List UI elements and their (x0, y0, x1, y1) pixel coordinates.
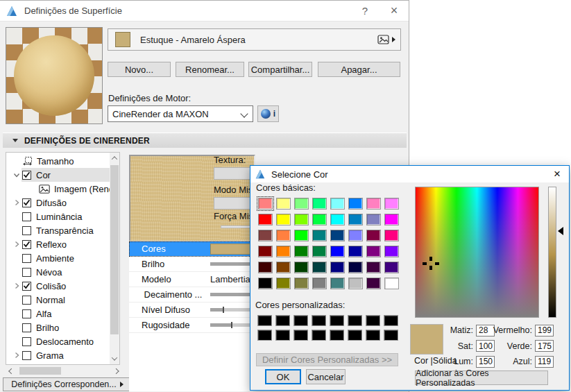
scroll-left-icon[interactable] (6, 366, 15, 375)
tree-item-deslocamento[interactable]: Deslocamento (6, 334, 110, 348)
tree-expander-icon[interactable] (12, 172, 22, 178)
basic-color-swatch[interactable] (348, 198, 363, 210)
tree-vertical-scrollbar[interactable] (110, 153, 119, 364)
help-button[interactable]: ? (350, 1, 380, 22)
tree-item-lumin-ncia[interactable]: Luminância (6, 210, 110, 223)
engine-dropdown[interactable]: CineRender da MAXON (108, 105, 253, 122)
basic-color-swatch[interactable] (258, 214, 273, 225)
basic-color-swatch[interactable] (294, 278, 309, 289)
channel-checkbox[interactable] (22, 171, 31, 180)
share-button[interactable]: Compartilhar... (248, 62, 312, 77)
basic-color-swatch[interactable] (348, 230, 363, 241)
channel-checkbox[interactable] (22, 198, 31, 207)
scroll-up-icon[interactable] (110, 153, 119, 164)
basic-color-swatch[interactable] (294, 246, 309, 257)
basic-color-swatch[interactable] (258, 262, 273, 273)
horizontal-scroll-thumb[interactable] (19, 367, 61, 375)
basic-color-swatch[interactable] (384, 262, 399, 273)
basic-color-swatch[interactable] (366, 214, 381, 225)
basic-color-swatch[interactable] (348, 214, 363, 225)
custom-color-swatch[interactable] (330, 330, 344, 341)
tree-expander-icon[interactable] (12, 282, 22, 289)
ok-button[interactable]: OK (265, 369, 301, 384)
tree-item-cor[interactable]: Cor (6, 168, 110, 182)
basic-color-swatch[interactable] (330, 230, 345, 241)
tree-item-transpar-ncia[interactable]: Transparência (6, 223, 110, 237)
tree-expander-icon[interactable] (12, 199, 22, 206)
blend-strength-slider[interactable] (221, 225, 253, 228)
channel-checkbox[interactable] (22, 254, 31, 263)
basic-color-swatch[interactable] (294, 198, 309, 210)
custom-color-swatch[interactable] (275, 315, 290, 326)
slider-thumb[interactable] (231, 322, 232, 328)
basic-color-swatch[interactable] (366, 230, 381, 241)
basic-color-swatch[interactable] (366, 262, 381, 273)
tree-item-difus-o[interactable]: Difusão (6, 196, 110, 210)
basic-color-swatch[interactable] (276, 262, 291, 273)
basic-color-swatch[interactable] (348, 246, 363, 257)
custom-color-swatch[interactable] (330, 315, 344, 326)
custom-color-swatch[interactable] (312, 330, 326, 341)
basic-color-swatch[interactable] (330, 214, 345, 225)
basic-color-swatch[interactable] (276, 230, 291, 241)
channel-checkbox[interactable] (22, 226, 31, 235)
slider-thumb[interactable] (223, 307, 224, 313)
basic-color-swatch[interactable] (258, 246, 273, 257)
tree-item-alfa[interactable]: Alfa (6, 307, 110, 321)
tree-item-ambiente[interactable]: Ambiente (6, 251, 110, 265)
scroll-down-icon[interactable] (110, 353, 119, 364)
rename-button[interactable]: Renomear... (176, 62, 244, 77)
channel-checkbox[interactable] (22, 240, 31, 249)
tree-item-imagem-renderiza[interactable]: Imagem (Renderiza (6, 182, 110, 196)
add-to-custom-colors-button[interactable]: Adicionar às Cores Personalizadas (415, 370, 548, 385)
basic-color-swatch[interactable] (366, 198, 381, 210)
tree-item-grama[interactable]: Grama (6, 348, 110, 362)
channel-checkbox[interactable] (22, 337, 31, 346)
custom-color-swatch[interactable] (348, 330, 362, 341)
channel-checkbox[interactable] (22, 309, 31, 318)
basic-color-swatch[interactable] (276, 246, 291, 257)
delete-button[interactable]: Apagar... (318, 62, 400, 77)
custom-color-swatch[interactable] (366, 330, 380, 341)
field-input[interactable] (535, 325, 554, 336)
blend-mode-field[interactable] (214, 197, 255, 210)
channel-checkbox[interactable] (22, 282, 31, 291)
field-input[interactable] (535, 340, 554, 352)
texture-field[interactable] (214, 167, 255, 180)
matching-settings-button[interactable]: Definições Corresponden... (3, 377, 132, 391)
basic-color-swatch[interactable] (384, 198, 399, 210)
basic-color-swatch[interactable] (294, 214, 309, 225)
basic-color-swatch[interactable] (258, 198, 273, 210)
basic-color-swatch[interactable] (330, 278, 345, 289)
close-button[interactable]: × (380, 1, 409, 22)
basic-color-swatch[interactable] (312, 230, 327, 241)
basic-color-swatch[interactable] (294, 262, 309, 273)
tree-item-reflexo[interactable]: Reflexo (6, 237, 110, 251)
tree-item-colis-o[interactable]: Colisão (6, 279, 110, 293)
channel-checkbox[interactable] (22, 351, 31, 360)
tree-item-brilho[interactable]: Brilho (6, 321, 110, 334)
channel-checkbox[interactable] (22, 212, 31, 221)
cancel-button[interactable]: Cancelar (306, 369, 346, 384)
custom-color-swatch[interactable] (384, 315, 398, 326)
basic-color-swatch[interactable] (312, 246, 327, 257)
channel-checkbox[interactable] (22, 268, 31, 277)
basic-color-swatch[interactable] (312, 262, 327, 273)
field-input[interactable] (535, 356, 554, 368)
basic-color-swatch[interactable] (330, 262, 345, 273)
cinerender-info-button[interactable]: i (257, 105, 279, 122)
basic-color-swatch[interactable] (384, 214, 399, 225)
custom-color-swatch[interactable] (384, 330, 398, 341)
new-button[interactable]: Novo... (108, 62, 171, 77)
custom-color-swatch[interactable] (293, 330, 308, 341)
basic-color-swatch[interactable] (384, 278, 399, 289)
basic-color-swatch[interactable] (276, 198, 291, 210)
cinerender-section-header[interactable]: DEFINIÇÕES DE CINERENDER (3, 133, 407, 148)
basic-color-swatch[interactable] (348, 278, 363, 289)
basic-color-swatch[interactable] (312, 214, 327, 225)
material-selector[interactable]: Estuque - Amarelo Áspera (108, 28, 401, 51)
channel-checkbox[interactable] (22, 296, 31, 305)
basic-color-swatch[interactable] (258, 278, 273, 289)
basic-color-swatch[interactable] (294, 230, 309, 241)
custom-color-swatch[interactable] (293, 315, 308, 326)
